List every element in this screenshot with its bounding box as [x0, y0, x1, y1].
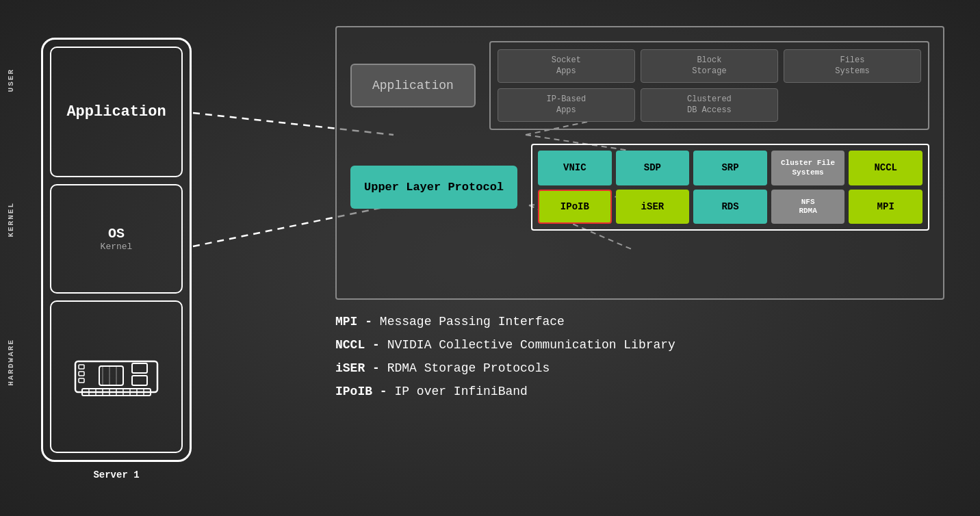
app-type-clustered: ClusteredDB Access [641, 88, 778, 122]
legend-mpi-acronym: MPI [335, 315, 357, 328]
proto-vnic: VNIC [538, 151, 612, 185]
svg-rect-24 [79, 372, 84, 376]
proto-cluster-file: Cluster FileSystems [771, 151, 845, 185]
legend-mpi-definition: Message Passing Interface [380, 315, 565, 328]
legend-iser: iSER - RDMA Storage Protocols [335, 361, 944, 375]
user-label: USER [7, 68, 15, 92]
ulp-section: Upper Layer Protocol VNIC SDP SRP Cluste… [350, 144, 929, 231]
server-stack: Application OS Kernel [41, 38, 192, 462]
svg-rect-25 [79, 378, 84, 383]
svg-rect-23 [79, 365, 84, 369]
proto-sdp: SDP [616, 151, 690, 185]
proto-nfs-rdma: NFSRDMA [771, 190, 845, 224]
proto-iser: iSER [616, 190, 690, 224]
app-block: Application [50, 47, 183, 177]
nic-icon [72, 351, 161, 402]
proto-ipoib: IPoIB [538, 190, 612, 224]
legend-nccl: NCCL - NVIDIA Collective Communication L… [335, 338, 944, 352]
app-type-empty [784, 88, 921, 122]
legend-section: MPI - Message Passing Interface NCCL - N… [335, 315, 944, 408]
ulp-box: Upper Layer Protocol [350, 166, 517, 209]
os-block: OS Kernel [50, 184, 183, 294]
application-section: Application SocketApps BlockStorage File… [350, 41, 929, 130]
legend-mpi: MPI - Message Passing Interface [335, 315, 944, 328]
app-block-label: Application [66, 103, 166, 120]
server-label: Server 1 [93, 469, 139, 480]
app-type-block: BlockStorage [641, 49, 778, 83]
os-label: OS [108, 226, 125, 242]
legend-ipoib-acronym: IPoIB [335, 385, 372, 398]
app-types-grid: SocketApps BlockStorage FilesSystems IP-… [489, 41, 929, 130]
protocol-grid-wrapper: VNIC SDP SRP Cluster FileSystems NCCL IP… [531, 144, 929, 231]
application-box: Application [350, 64, 476, 107]
hardware-label: HARDWARE [7, 339, 15, 386]
hardware-block [50, 300, 183, 453]
proto-mpi: MPI [849, 190, 923, 224]
app-type-socket: SocketApps [498, 49, 635, 83]
app-type-files: FilesSystems [784, 49, 921, 83]
kernel-sublabel: Kernel [101, 242, 133, 252]
app-type-ip: IP-BasedApps [498, 88, 635, 122]
legend-iser-definition: RDMA Storage Protocols [387, 361, 550, 375]
legend-iser-acronym: iSER [335, 361, 365, 375]
proto-nccl: NCCL [849, 151, 923, 185]
legend-ipoib: IPoIB - IP over InfiniBand [335, 385, 944, 398]
main-diagram-box: Application SocketApps BlockStorage File… [335, 26, 944, 300]
proto-rds: RDS [693, 190, 767, 224]
legend-nccl-definition: NVIDIA Collective Communication Library [387, 338, 675, 352]
svg-rect-22 [132, 376, 147, 385]
legend-ipoib-definition: IP over InfiniBand [394, 385, 527, 398]
proto-srp: SRP [693, 151, 767, 185]
kernel-label: KERNEL [7, 202, 15, 237]
protocol-grid: VNIC SDP SRP Cluster FileSystems NCCL IP… [538, 151, 923, 224]
legend-nccl-acronym: NCCL [335, 338, 365, 352]
svg-rect-21 [132, 363, 147, 373]
